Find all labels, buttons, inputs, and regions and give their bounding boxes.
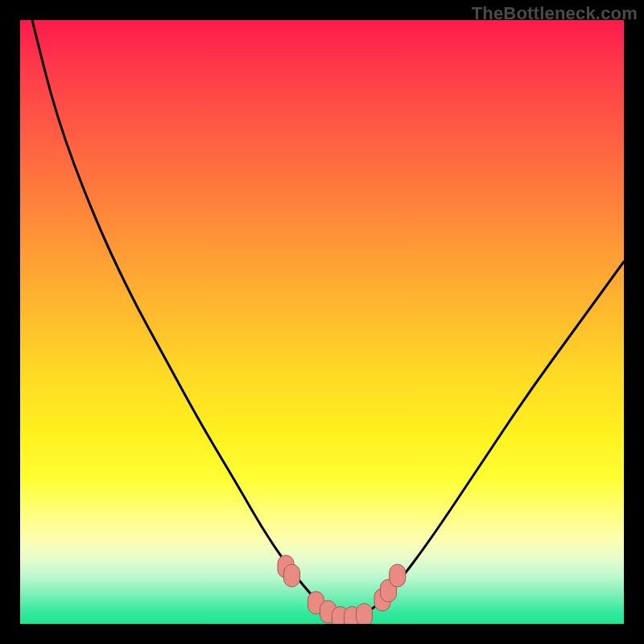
chart-marker [390, 564, 406, 587]
chart-marker [308, 592, 324, 614]
chart-svg [20, 20, 624, 624]
chart-marker [357, 604, 373, 624]
chart-marker [278, 555, 294, 578]
chart-marker [374, 588, 390, 611]
chart-marker [320, 601, 336, 623]
chart-marker [332, 607, 349, 625]
chart-curve [32, 20, 624, 618]
chart-markers [278, 555, 406, 624]
chart-frame: TheBottleneck.com [0, 0, 644, 644]
watermark-text: TheBottleneck.com [472, 3, 638, 24]
chart-marker [284, 564, 300, 587]
chart-marker [345, 607, 361, 625]
chart-marker [381, 580, 397, 602]
chart-plot-area [20, 20, 624, 624]
